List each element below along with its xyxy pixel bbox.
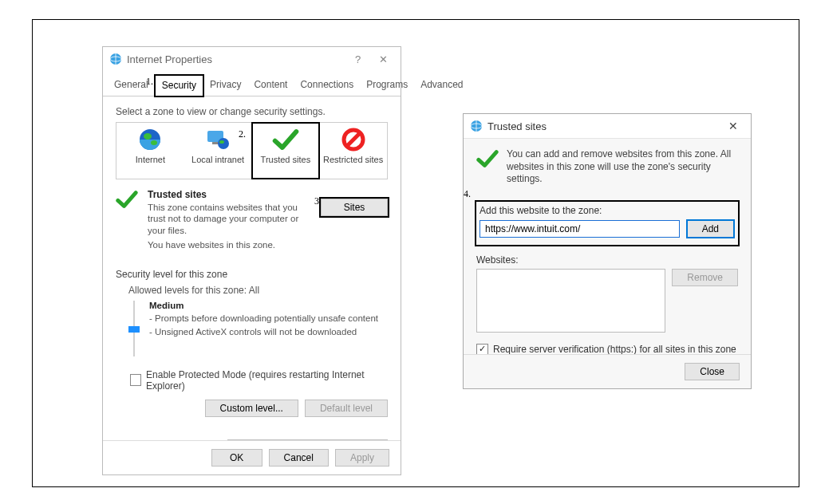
svg-point-8 (218, 138, 229, 149)
close-button[interactable]: Close (685, 363, 740, 380)
security-level-name: Medium (149, 301, 388, 310)
zone-selector: Internet Local intranet Trusted sites Re… (116, 122, 388, 179)
zone-label-trusted: Trusted sites (252, 155, 320, 164)
zone-trusted-sites[interactable]: Trusted sites (252, 123, 320, 179)
website-input[interactable] (480, 220, 680, 238)
zone-label-restricted: Restricted sites (319, 155, 387, 164)
protected-mode-checkbox[interactable] (130, 374, 141, 386)
zone-restricted-sites[interactable]: Restricted sites (319, 123, 387, 179)
zone-label-local: Local intranet (184, 155, 252, 164)
zone-label: Select a zone to view or change security… (116, 106, 388, 117)
internet-icon (470, 120, 483, 132)
cancel-button[interactable]: Cancel (269, 449, 329, 467)
monitor-icon (184, 126, 252, 153)
security-level-section: Security level for this zone Allowed lev… (116, 269, 388, 356)
trusted-dialog-title: Trusted sites (487, 120, 722, 132)
websites-label: Websites: (476, 254, 738, 266)
add-website-block: Add this website to the zone: Add (476, 202, 738, 245)
trusted-sites-titlebar: Trusted sites ✕ (464, 114, 751, 139)
zone-local-intranet[interactable]: Local intranet (184, 123, 252, 179)
apply-button[interactable]: Apply (335, 449, 389, 467)
tab-security[interactable]: Security (155, 75, 203, 96)
security-level-header: Security level for this zone (116, 269, 388, 280)
trusted-sites-dialog: Trusted sites ✕ You can add and remove w… (463, 113, 752, 389)
svg-rect-7 (212, 142, 219, 144)
help-button[interactable]: ? (347, 53, 369, 65)
svg-point-4 (144, 133, 152, 140)
zone-desc-line1: This zone contains websites that you tru… (148, 202, 299, 236)
tab-content[interactable]: Content (247, 75, 294, 96)
internet-icon (109, 53, 122, 65)
checkmark-icon (476, 148, 499, 186)
globe-icon (116, 126, 184, 153)
trusted-sites-footer: Close (464, 354, 751, 388)
websites-listbox[interactable] (476, 269, 665, 333)
tab-strip: General Security Privacy Content Connect… (103, 74, 401, 96)
internet-properties-footer: OK Cancel Apply (103, 440, 401, 474)
trusted-intro-text: You can add and remove websites from thi… (507, 148, 738, 186)
ok-button[interactable]: OK (211, 449, 262, 467)
default-level-button[interactable]: Default level (305, 400, 388, 417)
dialog-title: Internet Properties (127, 53, 347, 65)
sites-button[interactable]: Sites (321, 199, 388, 216)
close-button[interactable]: ✕ (372, 53, 394, 65)
tab-privacy[interactable]: Privacy (203, 75, 247, 96)
tab-programs[interactable]: Programs (360, 75, 414, 96)
tab-connections[interactable]: Connections (294, 75, 360, 96)
allowed-levels: Allowed levels for this zone: All (128, 285, 388, 296)
internet-properties-dialog: Internet Properties ? ✕ 1. General Secur… (102, 46, 401, 475)
internet-properties-titlebar: Internet Properties ? ✕ (103, 47, 401, 71)
add-website-label: Add this website to the zone: (480, 205, 735, 216)
security-level-bullet2: - Unsigned ActiveX controls will not be … (149, 326, 388, 337)
protected-mode-label: Enable Protected Mode (requires restarti… (146, 369, 388, 392)
svg-point-9 (219, 140, 224, 144)
custom-level-button[interactable]: Custom level... (205, 400, 298, 417)
svg-point-5 (151, 140, 157, 145)
checkmark-icon (116, 189, 140, 254)
zone-label-internet: Internet (116, 155, 184, 164)
remove-button[interactable]: Remove (672, 269, 738, 286)
add-button[interactable]: Add (686, 219, 735, 238)
annotation-4: 4. (464, 188, 471, 200)
checkmark-icon (252, 126, 320, 153)
zone-internet[interactable]: Internet (116, 123, 184, 179)
svg-line-11 (347, 133, 360, 146)
security-level-bullet1: - Prompts before downloading potentially… (149, 313, 388, 324)
zone-desc-line2: You have websites in this zone. (148, 239, 388, 250)
tab-advanced[interactable]: Advanced (414, 75, 469, 96)
forbidden-icon (319, 126, 387, 153)
tab-general[interactable]: General (108, 75, 155, 96)
security-level-slider[interactable] (128, 301, 140, 356)
security-tab-body: Select a zone to view or change security… (103, 96, 401, 467)
close-button[interactable]: ✕ (722, 120, 744, 132)
protected-mode-row: Enable Protected Mode (requires restarti… (130, 369, 388, 392)
slider-thumb[interactable] (128, 326, 140, 333)
